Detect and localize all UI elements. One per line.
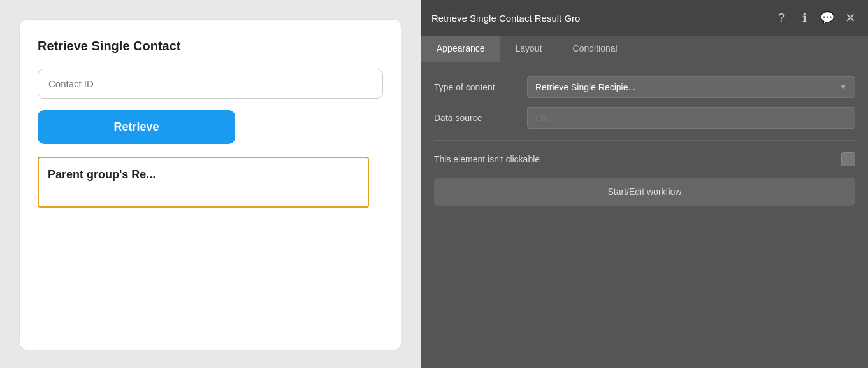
divider xyxy=(434,140,855,141)
chevron-down-icon: ▼ xyxy=(839,83,847,92)
type-of-content-label: Type of content xyxy=(434,82,517,92)
panel-header: Retrieve Single Contact Result Gro ? ℹ 💬… xyxy=(421,0,868,36)
not-clickable-label: This element isn't clickable xyxy=(434,154,540,164)
widget-card: Retrieve Single Contact Retrieve Parent … xyxy=(19,19,401,350)
contact-id-input[interactable] xyxy=(38,69,383,99)
data-source-input[interactable] xyxy=(527,107,855,129)
not-clickable-row: This element isn't clickable xyxy=(434,152,855,166)
tab-conditional[interactable]: Conditional xyxy=(558,36,633,62)
type-of-content-row: Type of content Retrieve Single Recipie.… xyxy=(434,76,855,98)
help-icon[interactable]: ? xyxy=(774,10,789,25)
left-panel: Retrieve Single Contact Retrieve Parent … xyxy=(0,0,421,368)
right-panel: Retrieve Single Contact Result Gro ? ℹ 💬… xyxy=(421,0,868,368)
tab-appearance[interactable]: Appearance xyxy=(421,36,500,62)
not-clickable-checkbox[interactable] xyxy=(841,152,855,166)
widget-title: Retrieve Single Contact xyxy=(38,39,383,53)
result-box: Parent group's Re... xyxy=(38,157,369,208)
retrieve-button[interactable]: Retrieve xyxy=(38,110,235,144)
tab-layout[interactable]: Layout xyxy=(500,36,558,62)
data-source-row: Data source xyxy=(434,107,855,129)
type-of-content-value: Retrieve Single Recipie... xyxy=(535,82,635,92)
panel-content: Type of content Retrieve Single Recipie.… xyxy=(421,62,868,368)
result-text: Parent group's Re... xyxy=(48,168,156,181)
close-icon[interactable]: ✕ xyxy=(843,10,858,25)
tabs-bar: Appearance Layout Conditional xyxy=(421,36,868,62)
data-source-control xyxy=(527,107,855,129)
type-of-content-control: Retrieve Single Recipie... ▼ xyxy=(527,76,855,98)
header-icons: ? ℹ 💬 ✕ xyxy=(774,10,858,25)
type-of-content-dropdown[interactable]: Retrieve Single Recipie... ▼ xyxy=(527,76,855,98)
info-icon[interactable]: ℹ xyxy=(797,10,812,25)
panel-title: Retrieve Single Contact Result Gro xyxy=(431,13,766,24)
comment-icon[interactable]: 💬 xyxy=(820,10,835,25)
data-source-label: Data source xyxy=(434,113,517,123)
workflow-button[interactable]: Start/Edit workflow xyxy=(434,178,855,206)
